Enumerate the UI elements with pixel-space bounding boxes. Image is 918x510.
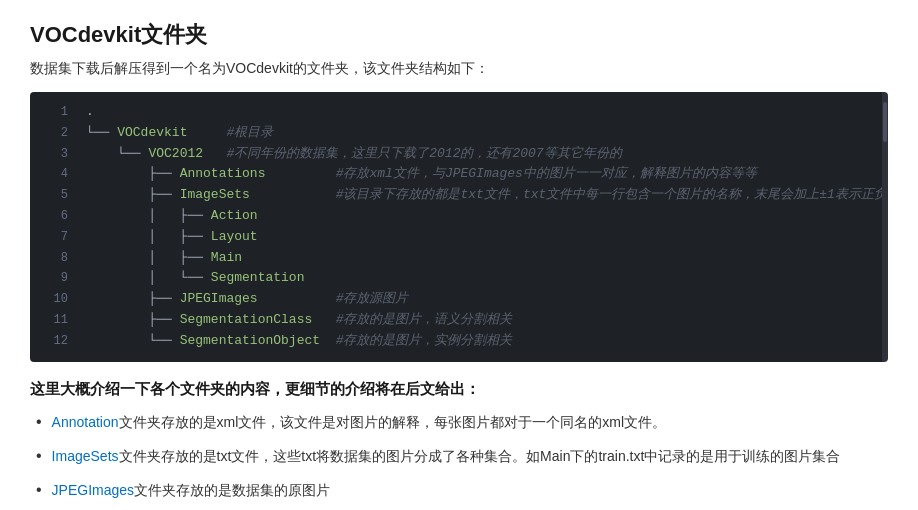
line-content: ├── SegmentationClass #存放的是图片，语义分割相关 [86,310,512,331]
line-number: 11 [44,310,68,331]
intro-paragraph: 数据集下载后解压得到一个名为VOCdevkit的文件夹，该文件夹结构如下： [30,60,888,78]
line-content: │ ├── Action [86,206,258,227]
highlight-text: ImageSets [52,448,119,464]
page-title: VOCdevkit文件夹 [30,20,888,50]
code-line-7: 7 │ ├── Layout [30,227,888,248]
scrollbar-track[interactable] [882,92,888,362]
line-number: 7 [44,227,68,248]
line-content: ├── JPEGImages #存放源图片 [86,289,408,310]
line-number: 12 [44,331,68,352]
line-content: └── SegmentationObject #存放的是图片，实例分割相关 [86,331,512,352]
line-number: 8 [44,248,68,269]
line-content: ├── Annotations #存放xml文件，与JPEGImages中的图片… [86,164,757,185]
code-line-9: 9 │ └── Segmentation [30,268,888,289]
code-line-2: 2 └── VOCdevkit #根目录 [30,123,888,144]
line-content: . [86,102,94,123]
highlight-text: JPEGImages [52,482,134,498]
code-line-4: 4 ├── Annotations #存放xml文件，与JPEGImages中的… [30,164,888,185]
line-number: 5 [44,185,68,206]
line-number: 10 [44,289,68,310]
line-number: 2 [44,123,68,144]
code-line-5: 5 ├── ImageSets #该目录下存放的都是txt文件，txt文件中每一… [30,185,888,206]
scrollbar-thumb[interactable] [883,102,887,142]
highlight-text: Annotation [52,414,119,430]
code-line-11: 11 ├── SegmentationClass #存放的是图片，语义分割相关 [30,310,888,331]
line-number: 4 [44,164,68,185]
list-item: Annotation文件夹存放的是xml文件，该文件是对图片的解释，每张图片都对… [36,411,888,433]
section-title: 这里大概介绍一下各个文件夹的内容，更细节的介绍将在后文给出： [30,380,888,399]
code-line-12: 12 └── SegmentationObject #存放的是图片，实例分割相关 [30,331,888,352]
line-number: 9 [44,268,68,289]
code-line-6: 6 │ ├── Action [30,206,888,227]
line-content: ├── ImageSets #该目录下存放的都是txt文件，txt文件中每一行包… [86,185,888,206]
code-line-1: 1 . [30,102,888,123]
list-item-text: JPEGImages文件夹存放的是数据集的原图片 [52,479,330,501]
bullet-list: Annotation文件夹存放的是xml文件，该文件是对图片的解释，每张图片都对… [30,411,888,510]
line-number: 1 [44,102,68,123]
code-line-10: 10 ├── JPEGImages #存放源图片 [30,289,888,310]
code-block: 1 . 2 └── VOCdevkit #根目录 3 └── VOC2012 #… [30,92,888,362]
line-content: │ ├── Layout [86,227,258,248]
line-content: └── VOC2012 #不同年份的数据集，这里只下载了2012的，还有2007… [86,144,622,165]
code-line-3: 3 └── VOC2012 #不同年份的数据集，这里只下载了2012的，还有20… [30,144,888,165]
line-number: 3 [44,144,68,165]
list-item-text: Annotation文件夹存放的是xml文件，该文件是对图片的解释，每张图片都对… [52,411,667,433]
list-item: JPEGImages文件夹存放的是数据集的原图片 [36,479,888,501]
list-item: ImageSets文件夹存放的是txt文件，这些txt将数据集的图片分成了各种集… [36,445,888,467]
list-item-text: ImageSets文件夹存放的是txt文件，这些txt将数据集的图片分成了各种集… [52,445,841,467]
line-content: │ ├── Main [86,248,242,269]
line-content: │ └── Segmentation [86,268,304,289]
line-content: └── VOCdevkit #根目录 [86,123,273,144]
line-number: 6 [44,206,68,227]
code-line-8: 8 │ ├── Main [30,248,888,269]
